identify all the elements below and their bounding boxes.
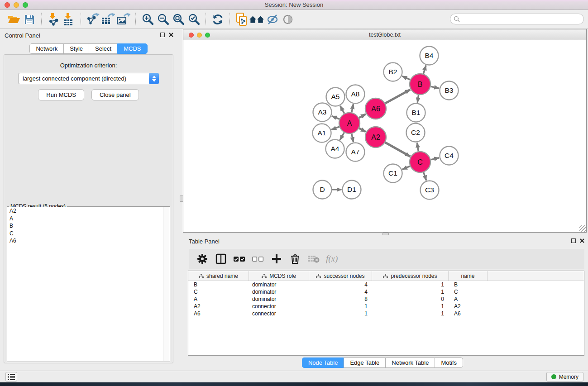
column-header-name[interactable]: name bbox=[449, 271, 488, 281]
show-columns-icon[interactable] bbox=[214, 252, 228, 266]
close-window-button[interactable] bbox=[5, 2, 10, 8]
column-header-successor-nodes[interactable]: successor nodes bbox=[309, 271, 372, 281]
float-panel-icon[interactable] bbox=[160, 33, 165, 37]
window-resize-grip[interactable] bbox=[579, 225, 586, 232]
delete-column-trash-icon[interactable] bbox=[288, 252, 302, 266]
graph-node-label-A3: A3 bbox=[318, 108, 327, 116]
table-cell: 1 bbox=[372, 281, 449, 288]
search-field[interactable] bbox=[450, 14, 584, 24]
column-header-mcds-role[interactable]: MCDS role bbox=[249, 271, 309, 281]
desktop-background-strip bbox=[0, 382, 588, 386]
export-image-icon[interactable] bbox=[116, 12, 131, 27]
deselect-all-icon[interactable] bbox=[251, 252, 265, 266]
result-list-item[interactable]: A2 bbox=[8, 207, 163, 215]
result-list-item[interactable]: C bbox=[8, 230, 163, 238]
table-row[interactable]: Cdominator41C bbox=[188, 288, 584, 295]
export-table-icon[interactable] bbox=[100, 12, 116, 27]
graph-node-label-B2: B2 bbox=[389, 68, 397, 76]
zoom-out-icon[interactable] bbox=[155, 12, 171, 27]
show-details-eye-icon[interactable] bbox=[280, 12, 296, 27]
graph-edge-C-C1[interactable] bbox=[402, 166, 410, 169]
graph-edge-A-A3[interactable] bbox=[332, 116, 339, 119]
search-input[interactable] bbox=[460, 15, 583, 23]
table-row[interactable]: A2connector11A2 bbox=[188, 303, 584, 310]
close-table-panel-icon[interactable] bbox=[580, 238, 584, 243]
run-mcds-button[interactable]: Run MCDS bbox=[38, 89, 84, 100]
network-window-title: testGlobe.txt bbox=[183, 29, 586, 40]
graph-edge-A6-B[interactable] bbox=[385, 90, 410, 103]
zoom-fit-icon[interactable] bbox=[171, 12, 186, 27]
save-session-icon[interactable] bbox=[22, 12, 37, 27]
open-file-icon[interactable] bbox=[6, 12, 22, 27]
graph-edge-C-C2[interactable] bbox=[417, 143, 418, 151]
clone-network-icon[interactable] bbox=[234, 12, 249, 27]
attribute-icon bbox=[316, 274, 321, 278]
table-row[interactable]: Bdominator41B bbox=[188, 281, 584, 288]
table-tabs: Node Table Edge Table Network Table Moti… bbox=[302, 357, 463, 368]
graph-edge-A-A5[interactable] bbox=[340, 106, 344, 114]
import-table-icon[interactable] bbox=[61, 12, 76, 27]
tab-network[interactable]: Network bbox=[29, 43, 64, 54]
optimization-criterion-select[interactable]: largest connected component (directed) bbox=[18, 73, 159, 84]
zoom-in-icon[interactable] bbox=[140, 12, 155, 27]
close-panel-icon[interactable] bbox=[169, 33, 173, 37]
delete-table-icon[interactable] bbox=[306, 252, 321, 266]
graph-edge-A-A4[interactable] bbox=[340, 133, 344, 140]
table-settings-gear-icon[interactable] bbox=[195, 252, 210, 266]
tab-select[interactable]: Select bbox=[89, 43, 118, 54]
export-network-icon[interactable] bbox=[85, 12, 100, 27]
graph-edge-C-C4[interactable] bbox=[430, 158, 439, 160]
graph-edge-B-B1[interactable] bbox=[417, 95, 418, 103]
hide-annotations-icon[interactable] bbox=[265, 12, 280, 27]
graph-edge-C-C3[interactable] bbox=[424, 172, 426, 181]
network-canvas[interactable]: B4B2BB3A8A5A6A3B1AC2A1A2A4A7C4CC1C3DD1 bbox=[183, 40, 586, 232]
select-all-icon[interactable] bbox=[232, 252, 247, 266]
float-table-panel-icon[interactable] bbox=[571, 238, 576, 243]
graph-edge-A-A1[interactable] bbox=[331, 127, 339, 129]
graph-edge-B-B3[interactable] bbox=[430, 86, 439, 88]
tab-edge-table[interactable]: Edge Table bbox=[344, 357, 386, 368]
graph-edge-A-A6[interactable] bbox=[359, 114, 366, 118]
graph-edge-B-B4[interactable] bbox=[423, 65, 426, 74]
minimize-window-button[interactable] bbox=[14, 2, 19, 8]
net-close-button[interactable] bbox=[189, 33, 194, 38]
graph-edge-A-A8[interactable] bbox=[352, 104, 354, 112]
graph-edge-B-B2[interactable] bbox=[402, 76, 411, 80]
task-history-button[interactable] bbox=[5, 372, 17, 381]
graph-edge-A-A7[interactable] bbox=[352, 134, 354, 142]
result-list-item[interactable]: A6 bbox=[8, 237, 163, 245]
net-minimize-button[interactable] bbox=[197, 33, 202, 38]
network-window-titlebar: testGlobe.txt bbox=[183, 29, 586, 40]
mcds-result-list[interactable]: A2ABCA6 bbox=[8, 207, 163, 361]
table-row[interactable]: A6connector11A6 bbox=[188, 310, 584, 317]
column-header-filler bbox=[488, 271, 584, 281]
table-row[interactable]: Adominator80A bbox=[188, 295, 584, 303]
table-cell: 1 bbox=[372, 303, 449, 310]
tab-network-table[interactable]: Network Table bbox=[385, 357, 435, 368]
graph-edge-A-A2[interactable] bbox=[359, 128, 366, 132]
table-cell: 1 bbox=[309, 310, 372, 317]
zoom-selected-icon[interactable] bbox=[186, 12, 201, 27]
tab-node-table[interactable]: Node Table bbox=[302, 357, 344, 368]
column-header-predecessor-nodes[interactable]: predecessor nodes bbox=[372, 271, 449, 281]
table-cell: 4 bbox=[309, 289, 372, 295]
home-icon[interactable] bbox=[249, 12, 265, 27]
maximize-window-button[interactable] bbox=[23, 2, 28, 8]
result-list-item[interactable]: A bbox=[8, 215, 163, 223]
graph-edge-A2-C[interactable] bbox=[385, 143, 410, 157]
apply-layout-icon[interactable] bbox=[210, 12, 225, 27]
table-cell: connector bbox=[249, 303, 309, 310]
result-scrollbar[interactable] bbox=[163, 207, 169, 361]
memory-button[interactable]: Memory bbox=[546, 372, 583, 381]
tab-motifs[interactable]: Motifs bbox=[435, 357, 463, 368]
column-header-shared-name[interactable]: shared name bbox=[188, 271, 249, 281]
import-network-icon[interactable] bbox=[46, 12, 61, 27]
tab-style[interactable]: Style bbox=[63, 43, 89, 54]
close-panel-button[interactable]: Close panel bbox=[91, 89, 139, 100]
add-column-icon[interactable] bbox=[269, 252, 284, 266]
net-maximize-button[interactable] bbox=[205, 33, 210, 38]
tab-mcds[interactable]: MCDS bbox=[117, 43, 147, 54]
search-icon bbox=[454, 16, 460, 23]
result-list-item[interactable]: B bbox=[8, 222, 163, 230]
function-builder-icon[interactable]: f(x) bbox=[326, 254, 338, 264]
